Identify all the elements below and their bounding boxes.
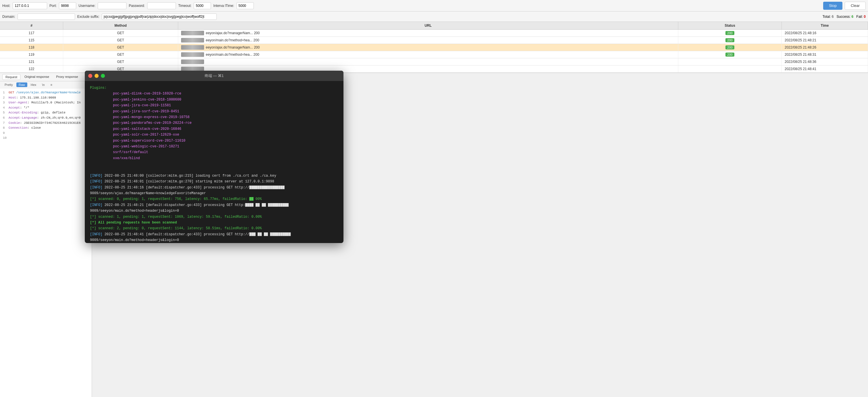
request-line: 2 Host: 175.31.198.116:9009 [3,95,89,101]
terminal-plugin-item: poc-yaml-mongo-express-cve-2019-10758 [90,114,338,120]
toolbar-row2: Domain: Exclude suffix: Total: 6 Success… [0,11,868,22]
request-tabs: RequestOriginal responseProxy response [0,73,92,81]
terminal-minimize-button[interactable] [95,74,99,78]
toolbar-row1: Host: Port: Username: Password: Timeout:… [0,0,868,11]
cell-status [678,66,782,72]
cell-status: 200 [678,30,782,36]
table-row[interactable]: 118 GET eeyon/ajax.do?managerNam... 200 … [0,44,868,51]
stats-total-value: 6 [832,15,834,19]
terminal-log-line: 9009/seeyon/ajax.do?managerName=knowledg… [90,191,338,196]
cell-method: GET [63,30,178,36]
cell-status: 200 [678,51,782,58]
interval-label: Interva lTime: [213,4,234,8]
interval-input[interactable] [237,2,254,9]
cell-method: GET [63,58,178,65]
password-input[interactable] [147,2,176,9]
terminal-maximize-button[interactable] [101,74,105,78]
exclude-input[interactable] [102,13,217,20]
table-row[interactable]: 119 GET eeyon/main.do?method=hea... 200 … [0,51,868,58]
host-input[interactable] [13,2,47,9]
table-row[interactable]: 121 GET 2022/08/25 21:48:36 [0,58,868,66]
terminal-plugin-item: xxe/xxe/blind [90,156,338,161]
table-body: 117 GET eeyon/ajax.do?managerNam... 200 … [0,30,868,73]
stats-success-label: Success: [837,15,851,19]
status-badge: 200 [725,38,734,42]
status-badge: 200 [725,45,734,49]
terminal-plugin-item: ssrf/ssrf/default [90,150,338,155]
terminal-plugin-item: poc-yaml-pandorafms-cve-2019-20224-rce [90,120,338,126]
terminal-window-controls [88,74,105,78]
terminal-body: Plugins:poc-yaml-dlink-cve-2019-16920-rc… [85,81,343,243]
url-blur-placeholder [181,31,204,35]
table-row[interactable]: 115 GET eeyon/main.do?method=hea... 200 … [0,37,868,44]
cell-time: 2022/08/25 21:48:36 [782,58,868,65]
stats-area: Total: 6 Success: 6 Fail: 0 [823,15,866,19]
terminal-plugins-label: Plugins: [90,85,338,91]
cell-method: GET [63,51,178,58]
format-tab-0[interactable]: Pretty [2,82,15,87]
request-tab-1[interactable]: Original response [22,74,52,80]
url-blur-placeholder [181,38,204,42]
format-tab-4[interactable]: ≡ [48,82,55,87]
request-line: 6 Accept-Language: zh-CN,zh;q=0.9,en;q=0 [3,115,89,121]
request-tab-0[interactable]: Request [2,74,21,80]
request-line: 1 GET /seeyon/ajax.do?managerName=knowle [3,90,89,95]
stats-fail-value: 0 [864,15,866,19]
table-row[interactable]: 117 GET eeyon/ajax.do?managerNam... 200 … [0,30,868,37]
col-url: URL [178,22,678,29]
request-line: 4 Accept: */* [3,105,89,110]
terminal-log-line: [INFO] 2022-08-25 21:48:21 [default:disp… [90,202,338,208]
format-tabs: PrettyRawHex\n≡ [0,81,92,89]
status-badge: 200 [725,53,734,57]
url-text: eeyon/main.do?method=hea... 200 [206,38,259,42]
terminal-log-line: [*] scanned: 2, pending: 0, requestSent:… [90,226,338,231]
clear-button[interactable]: Clear [845,2,866,10]
request-line: 10 [3,136,89,141]
cell-status [678,58,782,65]
terminal-log-line: [INFO] 2022-08-25 21:48:16 [default:disp… [90,185,338,191]
stop-button[interactable]: Stop [823,2,842,10]
terminal-window: 终端 — ⌘1 Plugins:poc-yaml-dlink-cve-2019-… [85,71,343,243]
terminal-plugin-item: poc-yaml-jira-cve-2019-11581 [90,103,338,108]
requests-table: # Method URL Status Time 117 GET eeyon/a… [0,22,868,73]
host-label: Host: [2,4,10,8]
request-panel: RequestOriginal responseProxy response P… [0,73,92,397]
terminal-plugin-item: poc-yaml-jira-ssrf-cve-2019-8451 [90,108,338,114]
password-label: Password: [129,4,145,8]
cell-time: 2022/08/25 21:48:31 [782,51,868,58]
request-tab-2[interactable]: Proxy response [53,74,81,80]
request-line: 5 Accept-Encoding: gzip, deflate [3,110,89,115]
port-label: Port: [50,4,57,8]
port-input[interactable] [59,2,76,9]
request-line: 3 User-Agent: Mozilla/5.0 (Macintosh; In [3,100,89,105]
terminal-close-button[interactable] [88,74,92,78]
request-line: 9 [3,131,89,136]
col-num: # [0,22,63,29]
cell-url: eeyon/main.do?method=hea... 200 [178,51,678,58]
cell-num: 119 [0,51,63,58]
col-time: Time [782,22,868,29]
url-text: eeyon/ajax.do?managerNam... 200 [206,45,259,49]
terminal-log-line: 9009/seeyon/main.do?method=headerjs&logi… [90,208,338,214]
format-tab-3[interactable]: \n [40,82,47,87]
format-tab-1[interactable]: Raw [17,82,27,87]
terminal-plugin-item: poc-yaml-dlink-cve-2019-16920-rce [90,91,338,97]
cell-time: 2022/08/25 21:48:41 [782,66,868,72]
username-input[interactable] [98,2,126,9]
stats-fail-label: Fail: [856,15,863,19]
domain-input[interactable] [18,13,75,20]
exclude-label: Exclude suffix: [77,15,99,19]
col-method: Method [63,22,178,29]
cell-num: 118 [0,44,63,51]
cell-num: 122 [0,66,63,72]
col-status: Status [678,22,782,29]
cell-status: 200 [678,44,782,51]
cell-url [178,58,678,65]
terminal-log-line: 9009/seeyon/main.do?method=headerjs&logi… [90,237,338,243]
cell-time: 2022/08/25 21:48:21 [782,37,868,44]
terminal-plugin-item: poc-yaml-supervisord-cve-2017-11610 [90,138,338,144]
cell-status: 200 [678,37,782,44]
timeout-input[interactable] [194,2,211,9]
format-tab-2[interactable]: Hex [28,82,39,87]
table-header: # Method URL Status Time [0,22,868,30]
